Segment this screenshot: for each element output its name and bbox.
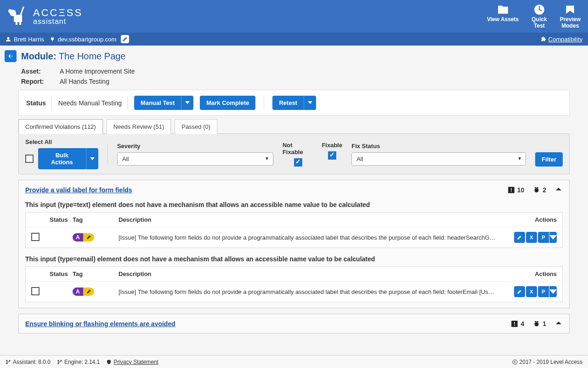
view-assets-button[interactable]: View Assets xyxy=(487,4,519,29)
tab-needs-review[interactable]: Needs Review (51) xyxy=(107,119,171,134)
severity-label: Severity xyxy=(117,143,273,150)
status-label: Status xyxy=(26,96,52,110)
asset-label: Asset: xyxy=(21,68,49,75)
severity-count: ! 4 xyxy=(510,320,524,328)
page-content: Module: The Home Page Asset:A Home Impro… xyxy=(0,46,588,355)
filter-button[interactable]: Filter xyxy=(535,152,563,167)
page-title: Module: The Home Page xyxy=(21,51,126,62)
preview-modes-button[interactable]: Preview Modes xyxy=(560,4,581,29)
svg-point-17 xyxy=(58,360,59,361)
user-icon xyxy=(6,36,11,42)
subbar: Brett Harris dev.ssbbartgroup.com Compat… xyxy=(0,33,588,46)
edit-action-button[interactable] xyxy=(514,286,525,297)
svg-point-2 xyxy=(8,9,12,13)
asset-value: A Home Improvement Site xyxy=(60,68,135,75)
dog-logo-icon xyxy=(7,5,29,28)
violation-panel: Provide a valid label for form fields ! … xyxy=(18,180,570,308)
collapse-button[interactable] xyxy=(554,185,563,195)
issue-description: [Issue] The following form fields do not… xyxy=(119,234,502,241)
violation-panel: Ensure blinking or flashing elements are… xyxy=(18,314,570,334)
edit-action-button[interactable] xyxy=(514,232,525,243)
compatibility-link[interactable]: Compatibility xyxy=(540,36,582,43)
tab-confirmed-violations[interactable]: Confirmed Violations (112) xyxy=(18,119,103,134)
tab-passed[interactable]: Passed (0) xyxy=(175,119,217,134)
not-fixable-label: Not Fixable xyxy=(283,142,314,155)
edit-site-button[interactable] xyxy=(121,35,129,43)
severity-count: ! 10 xyxy=(507,186,525,194)
fixable-checkbox[interactable] xyxy=(328,151,336,160)
svg-text:!: ! xyxy=(510,187,512,192)
x-action-button[interactable]: X xyxy=(526,286,537,297)
brand-line2: assistant xyxy=(33,18,83,25)
wrench-icon xyxy=(83,233,94,242)
violation-subheading: This input (type=email) element does not… xyxy=(19,253,569,266)
engine-version: Engine: 2.14.1 xyxy=(64,359,100,365)
violation-table: Status Tag Description Actions A [Issue]… xyxy=(25,266,563,302)
svg-point-13 xyxy=(535,322,539,326)
p-action-button[interactable]: P xyxy=(538,232,549,243)
action-caret[interactable] xyxy=(549,232,557,243)
violation-table: Status Tag Description Actions A [Issue]… xyxy=(25,212,563,248)
retest-button[interactable]: Retest xyxy=(272,96,304,110)
result-tabs: Confirmed Violations (112) Needs Review … xyxy=(18,119,570,133)
fixable-label: Fixable xyxy=(322,142,342,149)
issue-description: [Issue] The following form fields do not… xyxy=(119,288,502,295)
branch-icon xyxy=(6,359,11,365)
x-action-button[interactable]: X xyxy=(526,232,537,243)
tag-a-badge: A xyxy=(73,288,83,296)
retest-caret[interactable] xyxy=(304,96,316,110)
brand-line1: ACCΞSS xyxy=(33,8,83,18)
bulk-actions-button[interactable]: Bulk Actions xyxy=(38,148,86,169)
copyright: 2017 - 2019 Level Access xyxy=(512,359,582,365)
footer: Assistant: 8.0.0 Engine: 2.14.1 Privacy … xyxy=(0,355,588,368)
bulk-actions-caret[interactable] xyxy=(86,148,98,169)
p-action-button[interactable]: P xyxy=(538,286,549,297)
branch-icon xyxy=(57,359,62,365)
svg-point-19 xyxy=(61,360,62,361)
fix-status-label: Fix Status xyxy=(351,143,526,150)
puzzle-icon xyxy=(540,36,547,42)
severity-select[interactable]: All xyxy=(117,152,273,166)
violation-title[interactable]: Ensure blinking or flashing elements are… xyxy=(25,320,175,328)
svg-rect-4 xyxy=(19,21,21,25)
user-name: Brett Harris xyxy=(14,36,44,43)
svg-point-18 xyxy=(58,362,59,364)
plug-icon xyxy=(50,36,55,42)
manual-test-caret[interactable] xyxy=(181,96,193,110)
row-checkbox[interactable] xyxy=(31,233,40,241)
brand-logo: ACCΞSS assistant xyxy=(7,5,83,28)
action-caret[interactable] xyxy=(549,286,557,297)
svg-point-16 xyxy=(9,360,11,361)
table-row: A [Issue] The following form fields do n… xyxy=(26,282,562,302)
tag-a-badge: A xyxy=(73,233,83,242)
assistant-version: Assistant: 8.0.0 xyxy=(13,359,51,365)
site-url: dev.ssbbartgroup.com xyxy=(58,36,117,43)
svg-point-14 xyxy=(6,360,8,361)
back-button[interactable] xyxy=(5,50,17,62)
violation-subheading: This input (type=text) element does not … xyxy=(19,199,569,212)
report-label: Report: xyxy=(21,78,49,85)
not-fixable-checkbox[interactable] xyxy=(294,158,302,167)
svg-point-7 xyxy=(7,37,10,40)
status-value: Needs Manual Testing xyxy=(58,96,128,110)
select-all-checkbox[interactable] xyxy=(25,155,34,163)
bug-count: 2 xyxy=(532,186,546,194)
privacy-link[interactable]: Privacy Statement xyxy=(106,359,158,365)
select-all-label: Select All xyxy=(25,138,98,145)
collapse-button[interactable] xyxy=(554,319,563,328)
copyright-icon xyxy=(512,359,518,365)
mark-complete-button[interactable]: Mark Complete xyxy=(200,96,255,110)
status-panel: Status Needs Manual Testing Manual Test … xyxy=(18,90,570,116)
shield-icon xyxy=(106,359,112,365)
row-checkbox[interactable] xyxy=(31,287,40,295)
fix-status-select[interactable]: All xyxy=(351,152,526,166)
table-row: A [Issue] The following form fields do n… xyxy=(26,227,562,247)
wrench-icon xyxy=(83,288,94,296)
manual-test-button[interactable]: Manual Test xyxy=(134,96,181,110)
quick-test-button[interactable]: Quick Test xyxy=(531,4,547,29)
filter-panel: Select All Bulk Actions Severity All Not… xyxy=(18,133,570,174)
report-value: All Hands Testing xyxy=(60,78,109,85)
svg-point-10 xyxy=(535,188,539,192)
violation-title[interactable]: Provide a valid label for form fields xyxy=(25,186,132,194)
svg-point-20 xyxy=(513,360,517,364)
